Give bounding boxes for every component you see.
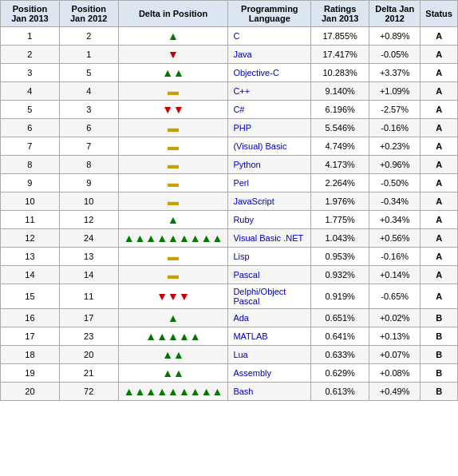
cell-pos-2012: 17 xyxy=(59,309,118,327)
cell-rating: 1.775% xyxy=(311,211,369,229)
cell-delta-icon: ▬ xyxy=(118,82,228,101)
cell-delta-icon: ▲▲ xyxy=(118,346,228,364)
cell-status: B xyxy=(420,327,458,346)
cell-delta-rating: +0.08% xyxy=(369,364,420,383)
table-row: 19 21 ▲▲ Assembly 0.629% +0.08% B xyxy=(1,364,458,383)
cell-language: (Visual) Basic xyxy=(228,137,311,156)
table-row: 20 72 ▲▲▲▲▲▲▲▲▲ Bash 0.613% +0.49% B xyxy=(1,383,458,401)
cell-delta-icon: ▲▲▲▲▲▲▲▲▲ xyxy=(118,383,228,401)
header-ratings: Ratings Jan 2013 xyxy=(311,1,369,27)
cell-language: Java xyxy=(228,46,311,64)
cell-delta-rating: +1.09% xyxy=(369,82,420,101)
cell-delta-rating: +0.23% xyxy=(369,137,420,156)
table-row: 3 5 ▲▲ Objective-C 10.283% +3.37% A xyxy=(1,64,458,82)
cell-language: Python xyxy=(228,156,311,174)
table-row: 12 24 ▲▲▲▲▲▲▲▲▲ Visual Basic .NET 1.043%… xyxy=(1,229,458,248)
cell-rating: 0.932% xyxy=(311,266,369,284)
cell-pos-2012: 7 xyxy=(59,137,118,156)
cell-delta-rating: +0.96% xyxy=(369,156,420,174)
table-row: 4 4 ▬ C++ 9.140% +1.09% A xyxy=(1,82,458,101)
cell-delta-icon: ▼▼▼ xyxy=(118,284,228,309)
cell-pos-2012: 12 xyxy=(59,211,118,229)
cell-pos-2012: 10 xyxy=(59,192,118,211)
cell-delta-icon: ▲ xyxy=(118,309,228,327)
cell-rating: 0.629% xyxy=(311,364,369,383)
cell-language: Pascal xyxy=(228,266,311,284)
cell-delta-icon: ▲▲ xyxy=(118,364,228,383)
cell-delta-icon: ▬ xyxy=(118,266,228,284)
cell-delta-icon: ▼▼ xyxy=(118,101,228,119)
cell-pos-2013: 11 xyxy=(1,211,60,229)
cell-delta-icon: ▬ xyxy=(118,119,228,137)
cell-language: Ruby xyxy=(228,211,311,229)
cell-delta-icon: ▬ xyxy=(118,156,228,174)
header-delta-pos: Delta in Position xyxy=(118,1,228,27)
cell-pos-2012: 1 xyxy=(59,46,118,64)
cell-rating: 5.546% xyxy=(311,119,369,137)
cell-language: Assembly xyxy=(228,364,311,383)
cell-rating: 6.196% xyxy=(311,101,369,119)
cell-delta-rating: -0.05% xyxy=(369,46,420,64)
cell-status: B xyxy=(420,364,458,383)
cell-delta-rating: +0.02% xyxy=(369,309,420,327)
cell-delta-rating: +0.13% xyxy=(369,327,420,346)
cell-language: Perl xyxy=(228,174,311,192)
table-row: 2 1 ▼ Java 17.417% -0.05% A xyxy=(1,46,458,64)
cell-language: Objective-C xyxy=(228,64,311,82)
cell-rating: 1.043% xyxy=(311,229,369,248)
cell-status: A xyxy=(420,248,458,266)
cell-delta-rating: -0.34% xyxy=(369,192,420,211)
cell-pos-2012: 9 xyxy=(59,174,118,192)
cell-pos-2013: 20 xyxy=(1,383,60,401)
table-row: 13 13 ▬ Lisp 0.953% -0.16% A xyxy=(1,248,458,266)
cell-pos-2013: 5 xyxy=(1,101,60,119)
cell-status: B xyxy=(420,309,458,327)
cell-rating: 1.976% xyxy=(311,192,369,211)
cell-rating: 0.613% xyxy=(311,383,369,401)
cell-language: Delphi/Object Pascal xyxy=(228,284,311,309)
cell-rating: 17.855% xyxy=(311,27,369,46)
cell-language: Lua xyxy=(228,346,311,364)
cell-delta-rating: +3.37% xyxy=(369,64,420,82)
header-delta-rating: Delta Jan 2012 xyxy=(369,1,420,27)
cell-pos-2013: 16 xyxy=(1,309,60,327)
table-row: 7 7 ▬ (Visual) Basic 4.749% +0.23% A xyxy=(1,137,458,156)
cell-language: C++ xyxy=(228,82,311,101)
cell-pos-2012: 8 xyxy=(59,156,118,174)
cell-pos-2012: 72 xyxy=(59,383,118,401)
cell-language: PHP xyxy=(228,119,311,137)
cell-pos-2012: 13 xyxy=(59,248,118,266)
cell-pos-2012: 5 xyxy=(59,64,118,82)
cell-delta-rating: -0.65% xyxy=(369,284,420,309)
cell-rating: 17.417% xyxy=(311,46,369,64)
cell-delta-rating: +0.56% xyxy=(369,229,420,248)
cell-status: A xyxy=(420,192,458,211)
programming-language-table: Position Jan 2013 Position Jan 2012 Delt… xyxy=(0,0,458,401)
cell-status: A xyxy=(420,174,458,192)
table-row: 14 14 ▬ Pascal 0.932% +0.14% A xyxy=(1,266,458,284)
cell-delta-icon: ▲▲▲▲▲▲▲▲▲ xyxy=(118,229,228,248)
cell-language: JavaScript xyxy=(228,192,311,211)
cell-pos-2012: 4 xyxy=(59,82,118,101)
cell-pos-2013: 8 xyxy=(1,156,60,174)
cell-status: A xyxy=(420,156,458,174)
cell-delta-rating: +0.49% xyxy=(369,383,420,401)
cell-pos-2012: 20 xyxy=(59,346,118,364)
table-row: 1 2 ▲ C 17.855% +0.89% A xyxy=(1,27,458,46)
cell-pos-2013: 1 xyxy=(1,27,60,46)
cell-delta-icon: ▲ xyxy=(118,211,228,229)
cell-delta-icon: ▬ xyxy=(118,137,228,156)
header-status: Status xyxy=(420,1,458,27)
cell-delta-rating: -2.57% xyxy=(369,101,420,119)
cell-pos-2012: 2 xyxy=(59,27,118,46)
cell-delta-rating: +0.34% xyxy=(369,211,420,229)
cell-rating: 10.283% xyxy=(311,64,369,82)
table-row: 6 6 ▬ PHP 5.546% -0.16% A xyxy=(1,119,458,137)
cell-status: A xyxy=(420,64,458,82)
table-row: 10 10 ▬ JavaScript 1.976% -0.34% A xyxy=(1,192,458,211)
cell-language: Lisp xyxy=(228,248,311,266)
cell-delta-rating: +0.07% xyxy=(369,346,420,364)
cell-pos-2013: 19 xyxy=(1,364,60,383)
cell-rating: 0.953% xyxy=(311,248,369,266)
cell-status: B xyxy=(420,383,458,401)
